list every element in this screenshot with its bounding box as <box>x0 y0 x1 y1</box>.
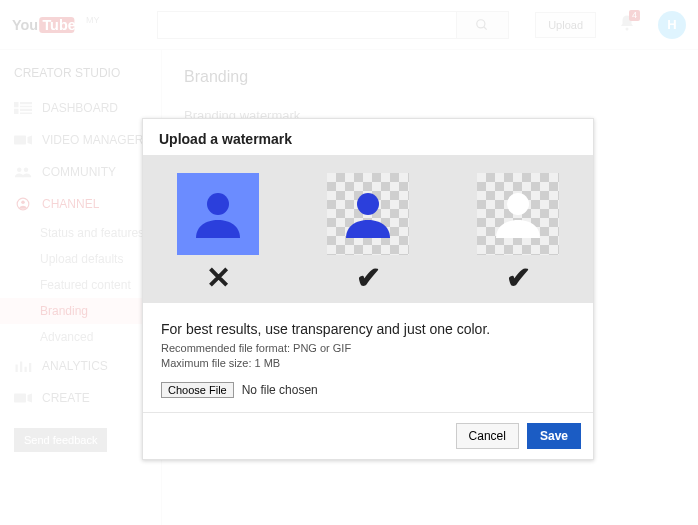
notification-badge: 4 <box>629 10 640 21</box>
size-hint: Maximum file size: 1 MB <box>161 356 575 371</box>
example-bad: ✕ <box>177 173 259 293</box>
sidebar-label: VIDEO MANAGER <box>42 133 143 147</box>
sidebar-item-video-manager[interactable]: VIDEO MANAGER <box>0 124 161 156</box>
sidebar-item-channel[interactable]: CHANNEL <box>0 188 161 220</box>
file-status: No file chosen <box>242 383 318 397</box>
example-thumb-solid <box>177 173 259 255</box>
search-button[interactable] <box>457 11 509 39</box>
choose-file-button[interactable]: Choose File <box>161 382 234 398</box>
svg-rect-19 <box>20 362 22 373</box>
dashboard-icon <box>14 101 32 115</box>
video-icon <box>14 133 32 147</box>
svg-rect-8 <box>20 106 32 108</box>
person-icon <box>186 182 250 246</box>
analytics-icon <box>14 359 32 373</box>
sidebar-label: CHANNEL <box>42 197 99 211</box>
check-icon: ✔ <box>356 263 381 293</box>
example-thumb-transparent-white <box>477 173 559 255</box>
svg-rect-6 <box>14 102 19 107</box>
svg-point-3 <box>477 19 485 27</box>
watermark-examples: ✕ ✔ ✔ <box>143 155 593 303</box>
sidebar-sub-upload-defaults[interactable]: Upload defaults <box>0 246 161 272</box>
page-title: Branding <box>184 68 676 86</box>
app-header: You Tube MY Upload 4 H <box>0 0 698 50</box>
svg-point-17 <box>21 201 25 205</box>
format-hint: Recommended file format: PNG or GIF <box>161 341 575 356</box>
check-icon: ✔ <box>506 263 531 293</box>
search-input[interactable] <box>157 11 457 39</box>
svg-rect-9 <box>14 109 19 114</box>
svg-point-5 <box>626 28 629 31</box>
channel-icon <box>14 197 32 211</box>
svg-text:Tube: Tube <box>42 16 75 32</box>
person-icon <box>336 182 400 246</box>
svg-point-14 <box>17 168 22 173</box>
sidebar-label: COMMUNITY <box>42 165 116 179</box>
person-icon <box>486 182 550 246</box>
youtube-logo[interactable]: You Tube MY <box>12 11 100 39</box>
svg-point-24 <box>207 193 229 215</box>
svg-rect-18 <box>16 365 18 373</box>
modal-title: Upload a watermark <box>143 119 593 155</box>
svg-text:You: You <box>12 16 38 32</box>
sidebar-label: ANALYTICS <box>42 359 108 373</box>
svg-rect-21 <box>29 363 31 372</box>
svg-point-15 <box>24 168 29 173</box>
notifications-button[interactable]: 4 <box>618 14 636 35</box>
svg-rect-20 <box>25 367 27 372</box>
logo-region: MY <box>86 15 100 25</box>
upload-watermark-modal: Upload a watermark ✕ ✔ ✔ For best result… <box>142 118 594 460</box>
example-good-color: ✔ <box>327 173 409 293</box>
svg-rect-7 <box>20 102 32 104</box>
search-icon <box>475 18 489 32</box>
svg-rect-10 <box>20 109 32 111</box>
sidebar-item-analytics[interactable]: ANALYTICS <box>0 350 161 382</box>
svg-marker-13 <box>28 136 33 145</box>
sidebar-item-create[interactable]: CREATE <box>0 382 161 414</box>
x-icon: ✕ <box>206 263 231 293</box>
send-feedback-button[interactable]: Send feedback <box>14 428 107 452</box>
svg-point-26 <box>507 193 529 215</box>
sidebar: CREATOR STUDIO DASHBOARD VIDEO MANAGER C… <box>0 50 162 525</box>
sidebar-item-community[interactable]: COMMUNITY <box>0 156 161 188</box>
sidebar-sub-status[interactable]: Status and features <box>0 220 161 246</box>
account-avatar[interactable]: H <box>658 11 686 39</box>
create-icon <box>14 391 32 405</box>
sidebar-label: CREATE <box>42 391 90 405</box>
sidebar-sub-featured[interactable]: Featured content <box>0 272 161 298</box>
svg-rect-12 <box>14 136 26 145</box>
upload-button[interactable]: Upload <box>535 12 596 38</box>
svg-marker-23 <box>28 394 33 403</box>
sidebar-title: CREATOR STUDIO <box>0 66 161 92</box>
search-bar <box>157 11 509 39</box>
svg-rect-11 <box>20 113 32 115</box>
save-button[interactable]: Save <box>527 423 581 449</box>
sidebar-sub-advanced[interactable]: Advanced <box>0 324 161 350</box>
example-good-white: ✔ <box>477 173 559 293</box>
sidebar-sub-branding[interactable]: Branding <box>0 298 161 324</box>
community-icon <box>14 165 32 179</box>
example-thumb-transparent-color <box>327 173 409 255</box>
watermark-tip: For best results, use transparency and j… <box>161 321 575 337</box>
svg-point-25 <box>357 193 379 215</box>
svg-rect-22 <box>14 394 26 403</box>
cancel-button[interactable]: Cancel <box>456 423 519 449</box>
sidebar-label: DASHBOARD <box>42 101 118 115</box>
svg-line-4 <box>484 26 487 29</box>
sidebar-item-dashboard[interactable]: DASHBOARD <box>0 92 161 124</box>
